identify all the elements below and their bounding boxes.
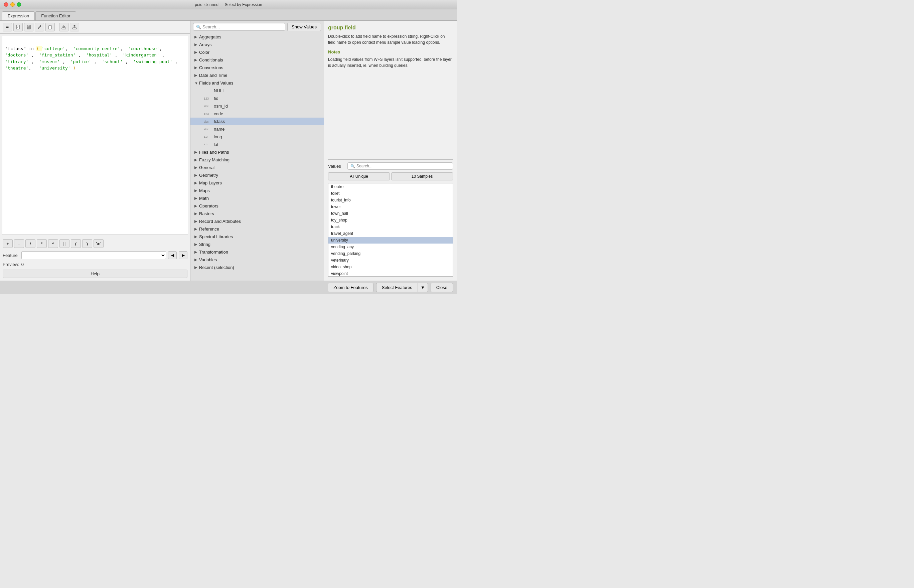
svg-rect-8	[48, 26, 51, 29]
edit-button[interactable]	[35, 23, 44, 31]
import-button[interactable]	[59, 23, 68, 31]
value-item[interactable]: tourist_info	[328, 197, 453, 204]
function-group-reference[interactable]: ▶Reference	[191, 225, 324, 233]
function-group-transformation[interactable]: ▶Transformation	[191, 248, 324, 256]
function-group-math[interactable]: ▶Math	[191, 194, 324, 202]
function-group-files-and-paths[interactable]: ▶Files and Paths	[191, 148, 324, 156]
value-item[interactable]: veterinary	[328, 257, 453, 263]
function-group-geometry[interactable]: ▶Geometry	[191, 171, 324, 179]
value-item[interactable]: university	[328, 237, 453, 244]
function-group-recent-selection[interactable]: ▶Recent (selection)	[191, 263, 324, 271]
values-search-input[interactable]	[357, 164, 450, 168]
values-search-wrap: 🔍	[347, 162, 453, 170]
preview-value: 0	[21, 262, 24, 267]
function-group-operators[interactable]: ▶Operators	[191, 202, 324, 210]
field-name[interactable]: abcname	[191, 125, 324, 133]
help-button[interactable]: Help	[3, 270, 187, 278]
value-item[interactable]: travel_agent	[328, 230, 453, 237]
feature-next-button[interactable]: ▶	[179, 251, 187, 259]
values-search-icon: 🔍	[350, 164, 355, 168]
value-item[interactable]: viewpoint	[328, 270, 453, 276]
value-item[interactable]: vending_parking	[328, 250, 453, 257]
function-group-record-and-attributes[interactable]: ▶Record and Attributes	[191, 218, 324, 225]
window-controls[interactable]	[4, 2, 21, 7]
value-item[interactable]: toilet	[328, 190, 453, 197]
function-group-conditionals[interactable]: ▶Conditionals	[191, 56, 324, 64]
values-header: Values 🔍	[328, 162, 453, 170]
op-newline-button[interactable]: '\n'	[94, 239, 103, 248]
field-long[interactable]: 1.2long	[191, 133, 324, 141]
value-item[interactable]: tower	[328, 204, 453, 210]
field-fid[interactable]: 123fid	[191, 95, 324, 102]
show-values-button[interactable]: Show Values	[287, 23, 321, 31]
content-area: =	[0, 20, 457, 281]
maximize-button[interactable]	[17, 2, 21, 7]
tabs-row: Expression Function Editor	[0, 9, 457, 20]
main-container: Expression Function Editor =	[0, 9, 457, 294]
op-multiply-button[interactable]: *	[37, 239, 47, 248]
search-input[interactable]	[202, 24, 282, 29]
function-list: ▶Aggregates ▶Arrays ▶Color ▶Conditionals…	[191, 33, 324, 281]
function-group-color[interactable]: ▶Color	[191, 48, 324, 56]
function-group-fuzzy-matching[interactable]: ▶Fuzzy Matching	[191, 156, 324, 164]
minimize-button[interactable]	[10, 2, 15, 7]
value-item[interactable]: theatre	[328, 183, 453, 190]
function-group-rasters[interactable]: ▶Rasters	[191, 210, 324, 218]
feature-select[interactable]	[21, 251, 166, 259]
op-plus-button[interactable]: +	[3, 239, 13, 248]
function-group-maps[interactable]: ▶Maps	[191, 187, 324, 194]
select-features-arrow-button[interactable]: ▼	[418, 283, 428, 292]
ten-samples-button[interactable]: 10 Samples	[391, 173, 453, 180]
field-title: group field	[328, 25, 453, 31]
field-osm-id[interactable]: abcosm_id	[191, 102, 324, 110]
value-item[interactable]: vending_any	[328, 244, 453, 250]
function-group-spectral-libraries[interactable]: ▶Spectral Libraries	[191, 233, 324, 241]
export-button[interactable]	[70, 23, 79, 31]
bottom-bar: Zoom to Features Select Features ▼ Close	[0, 281, 457, 294]
field-code[interactable]: 123code	[191, 110, 324, 118]
tab-expression[interactable]: Expression	[2, 11, 35, 20]
operator-bar: + - / * ^ || ( ) '\n'	[0, 237, 190, 250]
save-button[interactable]	[24, 23, 34, 31]
select-features-group: Select Features ▼	[376, 283, 428, 292]
select-features-button[interactable]: Select Features	[376, 283, 418, 292]
close-window-button[interactable]	[4, 2, 8, 7]
function-group-date-and-time[interactable]: ▶Date and Time	[191, 71, 324, 79]
expression-editor[interactable]: "fclass" in ( 'college', 'community_cent…	[2, 36, 188, 235]
function-group-arrays[interactable]: ▶Arrays	[191, 41, 324, 48]
field-null[interactable]: NULL	[191, 87, 324, 95]
field-fclass[interactable]: abcfclass	[191, 118, 324, 125]
window-title: pois_cleaned — Select by Expression	[195, 2, 262, 7]
copy-button[interactable]	[45, 23, 55, 31]
value-item[interactable]: town_hall	[328, 210, 453, 217]
function-group-aggregates[interactable]: ▶Aggregates	[191, 33, 324, 41]
value-item[interactable]: video_shop	[328, 263, 453, 270]
new-button[interactable]	[13, 23, 23, 31]
field-lat[interactable]: 1.2lat	[191, 141, 324, 148]
zoom-to-features-button[interactable]: Zoom to Features	[328, 283, 373, 292]
op-rparen-button[interactable]: )	[82, 239, 92, 248]
right-panel: group field Double-click to add field na…	[324, 21, 457, 281]
function-group-string[interactable]: ▶String	[191, 241, 324, 248]
function-group-general[interactable]: ▶General	[191, 164, 324, 171]
equals-button[interactable]: =	[3, 23, 12, 31]
tab-function-editor[interactable]: Function Editor	[36, 11, 76, 20]
values-list[interactable]: theatretoilettourist_infotowertown_hallt…	[328, 183, 453, 276]
feature-row: Feature ◀ ▶	[0, 250, 190, 260]
op-concat-button[interactable]: ||	[60, 239, 69, 248]
preview-row: Preview: 0	[0, 260, 190, 270]
value-item[interactable]: toy_shop	[328, 217, 453, 223]
op-divide-button[interactable]: /	[25, 239, 36, 248]
function-group-map-layers[interactable]: ▶Map Layers	[191, 179, 324, 187]
notes-text: Loading field values from WFS layers isn…	[328, 57, 453, 68]
function-group-fields-and-values[interactable]: ▼Fields and Values	[191, 79, 324, 87]
op-power-button[interactable]: ^	[48, 239, 58, 248]
close-button[interactable]: Close	[431, 283, 453, 292]
feature-prev-button[interactable]: ◀	[168, 251, 177, 259]
function-group-conversions[interactable]: ▶Conversions	[191, 64, 324, 71]
value-item[interactable]: track	[328, 223, 453, 230]
all-unique-button[interactable]: All Unique	[328, 173, 390, 180]
op-lparen-button[interactable]: (	[71, 239, 81, 248]
function-group-variables[interactable]: ▶Variables	[191, 256, 324, 263]
op-minus-button[interactable]: -	[14, 239, 24, 248]
